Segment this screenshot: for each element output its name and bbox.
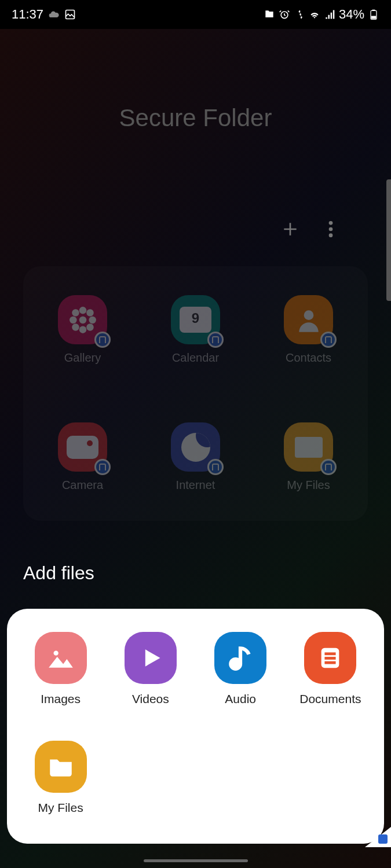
app-calendar[interactable]: 9 Calendar bbox=[154, 295, 237, 365]
svg-rect-4 bbox=[371, 16, 376, 19]
add-files-sheet: Images Videos Audio Documents My Files bbox=[7, 609, 384, 844]
add-audio-button[interactable]: Audio bbox=[199, 632, 283, 706]
folder-status-icon bbox=[264, 9, 275, 20]
app-internet[interactable]: Internet bbox=[154, 422, 237, 492]
sheet-item-label: Documents bbox=[299, 692, 361, 706]
app-label: Gallery bbox=[64, 351, 101, 365]
contacts-icon bbox=[284, 295, 333, 344]
svg-point-14 bbox=[86, 309, 94, 317]
svg-rect-3 bbox=[372, 10, 375, 11]
sheet-item-label: Audio bbox=[225, 692, 256, 706]
page-title: Secure Folder bbox=[0, 104, 391, 132]
svg-point-15 bbox=[72, 323, 79, 331]
more-options-button[interactable] bbox=[328, 220, 333, 242]
svg-point-6 bbox=[329, 227, 333, 231]
secure-apps-container: Gallery 9 Calendar Contacts Camera bbox=[23, 266, 368, 521]
svg-point-11 bbox=[70, 316, 76, 323]
navigation-handle[interactable] bbox=[144, 859, 248, 862]
calendar-icon: 9 bbox=[171, 295, 220, 344]
wifi-icon bbox=[309, 9, 320, 20]
cloud-icon bbox=[48, 9, 60, 20]
lock-badge-icon bbox=[207, 459, 224, 475]
app-contacts[interactable]: Contacts bbox=[266, 295, 350, 365]
sheet-title: Add files bbox=[23, 562, 94, 584]
battery-percent: 34% bbox=[339, 7, 364, 22]
svg-point-5 bbox=[329, 221, 333, 225]
svg-point-13 bbox=[72, 309, 79, 317]
status-bar: 11:37 34% bbox=[0, 0, 391, 29]
add-videos-button[interactable]: Videos bbox=[108, 632, 192, 706]
svg-point-8 bbox=[79, 316, 86, 323]
sheet-item-label: Images bbox=[41, 692, 81, 706]
app-camera[interactable]: Camera bbox=[41, 422, 125, 492]
camera-icon bbox=[58, 422, 107, 472]
svg-point-17 bbox=[304, 310, 313, 320]
svg-point-12 bbox=[89, 316, 96, 323]
svg-point-7 bbox=[329, 233, 333, 237]
documents-icon bbox=[304, 632, 356, 684]
gallery-icon bbox=[58, 295, 107, 344]
lock-badge-icon bbox=[207, 332, 224, 348]
svg-point-10 bbox=[79, 326, 86, 333]
app-label: Calendar bbox=[172, 351, 219, 365]
sheet-item-label: My Files bbox=[38, 801, 83, 815]
app-label: Camera bbox=[62, 479, 103, 492]
svg-rect-22 bbox=[325, 657, 336, 660]
app-label: Contacts bbox=[286, 351, 331, 365]
add-button[interactable] bbox=[281, 220, 299, 242]
lock-badge-icon bbox=[320, 459, 337, 475]
battery-icon bbox=[368, 9, 379, 20]
audio-icon bbox=[214, 632, 266, 684]
svg-rect-21 bbox=[325, 652, 336, 655]
vibrate-icon bbox=[294, 9, 305, 20]
app-gallery[interactable]: Gallery bbox=[41, 295, 125, 365]
app-myfiles[interactable]: My Files bbox=[266, 422, 350, 492]
add-documents-button[interactable]: Documents bbox=[288, 632, 372, 706]
toolbar bbox=[281, 220, 333, 242]
lock-badge-icon bbox=[94, 459, 111, 475]
folder-icon bbox=[284, 422, 333, 472]
secure-corner-icon bbox=[378, 834, 388, 844]
signal-icon bbox=[324, 9, 335, 20]
svg-point-18 bbox=[53, 651, 58, 656]
add-images-button[interactable]: Images bbox=[19, 632, 103, 706]
app-label: My Files bbox=[287, 479, 330, 492]
svg-rect-23 bbox=[325, 661, 336, 664]
lock-badge-icon bbox=[94, 332, 111, 348]
lock-badge-icon bbox=[320, 332, 337, 348]
svg-point-16 bbox=[86, 323, 94, 331]
add-myfiles-button[interactable]: My Files bbox=[19, 741, 103, 815]
alarm-icon bbox=[279, 9, 290, 20]
status-time: 11:37 bbox=[12, 7, 43, 22]
app-label: Internet bbox=[176, 479, 215, 492]
sheet-item-label: Videos bbox=[132, 692, 169, 706]
internet-icon bbox=[171, 422, 220, 472]
folder-icon bbox=[35, 741, 87, 793]
svg-point-9 bbox=[79, 307, 86, 314]
videos-icon bbox=[125, 632, 177, 684]
images-icon bbox=[35, 632, 87, 684]
image-icon bbox=[64, 9, 76, 20]
scroll-indicator[interactable] bbox=[386, 179, 391, 301]
